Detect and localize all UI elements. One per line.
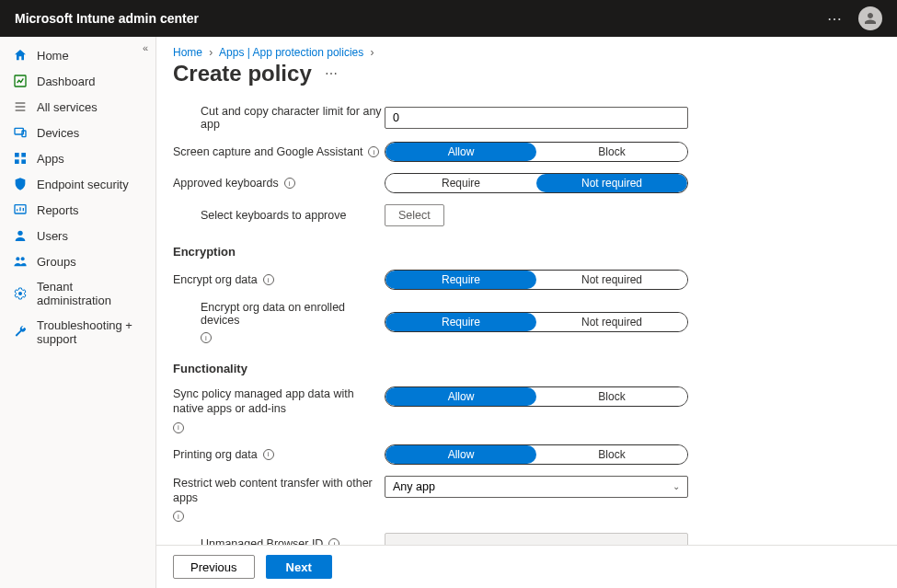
screen-capture-toggle[interactable]: Allow Block [385,142,688,162]
svg-rect-9 [21,159,26,164]
svg-point-13 [21,257,25,260]
svg-rect-7 [21,153,26,157]
sidebar-item-home[interactable]: Home [0,42,155,68]
svg-rect-1 [16,102,26,103]
sync-toggle[interactable]: Allow Block [385,386,688,407]
avatar[interactable] [858,6,882,30]
approved-keyboards-require[interactable]: Require [385,174,536,192]
section-functionality: Functionality [173,349,880,381]
sidebar-item-groups[interactable]: Groups [0,248,155,274]
gear-icon [13,286,28,301]
svg-point-12 [16,257,19,260]
wizard-footer: Previous Next [156,545,897,588]
restrict-web-label: Restrict web content transfer with other… [173,476,385,523]
sidebar-item-label: Endpoint security [37,178,129,191]
collapse-sidebar-icon[interactable]: « [143,42,148,53]
sidebar: « Home Dashboard All services Devices Ap… [0,37,156,588]
section-encryption: Encryption [173,232,880,264]
reports-icon [13,202,28,217]
devices-icon [13,125,28,140]
form-scroll[interactable]: Cut and copy character limit for any app… [156,99,897,545]
breadcrumb-apps[interactable]: Apps | App protection policies [219,46,363,59]
info-icon[interactable]: i [263,274,274,285]
dashboard-icon [13,74,28,88]
chevron-down-icon: ⌄ [673,481,680,491]
previous-button[interactable]: Previous [173,555,255,579]
wrench-icon [13,325,28,340]
approved-keyboards-label: Approved keyboards i [173,177,385,190]
unmanaged-browser-id-label: Unmanaged Browser ID i [173,537,385,545]
info-icon[interactable]: i [368,146,379,157]
shield-icon [13,177,28,191]
select-keyboards-button: Select [385,204,444,226]
encrypt-org-data-label: Encrypt org data i [173,273,385,286]
apps-icon [13,151,28,166]
info-icon[interactable]: i [328,538,339,545]
sidebar-item-label: Dashboard [37,75,96,88]
screen-capture-block[interactable]: Block [536,143,687,161]
breadcrumb-home[interactable]: Home [173,46,202,59]
sidebar-item-reports[interactable]: Reports [0,197,155,223]
restrict-web-select[interactable]: Any app ⌄ [385,476,688,498]
sync-allow[interactable]: Allow [385,387,536,406]
encrypt-require[interactable]: Require [385,271,536,289]
sidebar-item-endpoint-security[interactable]: Endpoint security [0,171,155,197]
next-button[interactable]: Next [266,555,332,579]
sidebar-item-dashboard[interactable]: Dashboard [0,68,155,94]
groups-icon [13,254,28,269]
page-more-icon[interactable]: ⋯ [325,66,338,81]
topbar: Microsoft Intune admin center ⋯ [0,0,897,37]
sidebar-item-label: Groups [37,255,76,269]
sidebar-item-label: Reports [37,203,79,217]
unmanaged-browser-id-input [385,533,688,545]
info-icon[interactable]: i [284,178,295,189]
screen-capture-label: Screen capture and Google Assistant i [173,145,385,158]
info-icon[interactable]: i [173,511,184,522]
info-icon[interactable]: i [173,422,184,433]
approved-keyboards-not-required[interactable]: Not required [536,174,687,192]
sync-block[interactable]: Block [536,387,687,406]
encrypt-enrolled-not-required[interactable]: Not required [536,313,687,331]
breadcrumb: Home › Apps | App protection policies › [156,37,897,59]
main-content: Home › Apps | App protection policies › … [156,37,897,588]
sidebar-item-label: Users [37,229,68,243]
approved-keyboards-toggle[interactable]: Require Not required [385,173,688,193]
print-label: Printing org data i [173,448,385,461]
topbar-more-icon[interactable]: ⋯ [827,10,844,28]
home-icon [13,48,28,63]
select-keyboards-label: Select keyboards to approve [173,209,385,222]
sidebar-item-label: Apps [37,152,64,166]
screen-capture-allow[interactable]: Allow [385,143,536,161]
encrypt-org-data-toggle[interactable]: Require Not required [385,270,688,290]
print-allow[interactable]: Allow [385,445,536,464]
list-icon [13,99,28,114]
print-toggle[interactable]: Allow Block [385,444,688,465]
product-title: Microsoft Intune admin center [15,11,199,26]
sidebar-item-label: Devices [37,126,79,140]
sidebar-item-users[interactable]: Users [0,223,155,248]
chevron-right-icon: › [209,46,213,59]
encrypt-enrolled-toggle[interactable]: Require Not required [385,312,688,332]
print-block[interactable]: Block [536,445,687,464]
sidebar-item-label: Tenant administration [37,280,143,307]
info-icon[interactable]: i [201,332,212,343]
chevron-right-icon: › [371,46,374,59]
svg-rect-6 [15,153,19,157]
sidebar-item-devices[interactable]: Devices [0,120,155,145]
sidebar-item-apps[interactable]: Apps [0,145,155,171]
sidebar-item-label: Troubleshooting + support [37,318,143,346]
encrypt-not-required[interactable]: Not required [536,271,687,289]
encrypt-enrolled-require[interactable]: Require [385,313,536,331]
person-icon [862,10,879,27]
sidebar-item-troubleshooting[interactable]: Troubleshooting + support [0,313,155,352]
sidebar-item-all-services[interactable]: All services [0,94,155,120]
sync-label: Sync policy managed app data with native… [173,386,385,433]
sidebar-item-tenant-administration[interactable]: Tenant administration [0,274,155,313]
info-icon[interactable]: i [263,449,274,460]
encrypt-enrolled-label: Encrypt org data on enrolled devices i [173,301,385,343]
svg-rect-2 [16,106,26,107]
cut-copy-input[interactable] [385,107,688,129]
users-icon [13,228,28,243]
cut-copy-label: Cut and copy character limit for any app [173,105,385,131]
sidebar-item-label: All services [37,100,98,114]
